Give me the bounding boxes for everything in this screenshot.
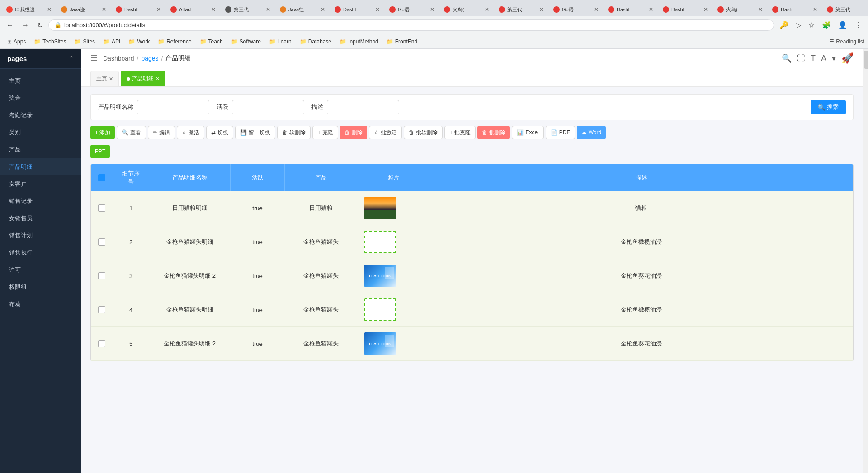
sidebar-collapse-button[interactable]: ⌃ xyxy=(68,54,74,63)
sidebar-item-product[interactable]: 产品 xyxy=(0,141,81,158)
reading-list-button[interactable]: ☰ Reading list xyxy=(829,38,864,45)
bookmark-sites[interactable]: 📁 Sites xyxy=(71,37,99,46)
row-checkbox-2[interactable] xyxy=(91,225,113,259)
search-icon[interactable]: 🔍 xyxy=(782,53,792,63)
profile-icon[interactable]: 👤 xyxy=(835,19,850,31)
bookmark-work[interactable]: 📁 Work xyxy=(125,37,153,46)
sidebar-item-permission[interactable]: 许可 xyxy=(0,261,81,279)
bookmark-teach[interactable]: 📁 Teach xyxy=(196,37,226,46)
star-icon[interactable]: ☆ xyxy=(806,19,817,31)
activate-button[interactable]: ☆ 激活 xyxy=(177,126,204,139)
tab-java1[interactable]: Java迹 ✕ xyxy=(57,3,111,16)
row-checkbox-1[interactable] xyxy=(91,191,113,225)
sidebar-item-buge[interactable]: 布葛 xyxy=(0,296,81,313)
tab-dash4[interactable]: Dashl ✕ xyxy=(658,3,712,16)
tab-attach[interactable]: Attacl ✕ xyxy=(166,3,220,16)
sidebar-item-sales-plan[interactable]: 销售计划 xyxy=(0,227,81,244)
tab-fire1[interactable]: 火鸟( ✕ xyxy=(439,3,494,16)
page-tab-home-close[interactable]: ✕ xyxy=(109,76,113,82)
checkbox-5[interactable] xyxy=(98,340,105,347)
breadcrumb-pages[interactable]: pages xyxy=(141,55,158,62)
bookmark-database[interactable]: 📁 Database xyxy=(296,37,335,46)
row-checkbox-4[interactable] xyxy=(91,293,113,327)
sidebar-item-home[interactable]: 主页 xyxy=(0,72,81,90)
bookmark-api[interactable]: 📁 API xyxy=(99,37,124,46)
header-checkbox[interactable] xyxy=(91,164,113,191)
extension-icon[interactable]: 🧩 xyxy=(819,19,834,31)
view-button[interactable]: 🔍 🔍 查看 查看 xyxy=(117,126,146,139)
url-text[interactable]: localhost:8000/#/productdetails xyxy=(64,22,145,28)
sidebar-item-productdetail[interactable]: 产品明细 xyxy=(0,158,81,175)
font-icon[interactable]: T xyxy=(811,54,816,63)
batch-softdelete-button[interactable]: 🗑 批软删除 xyxy=(404,126,443,139)
menu-toggle-button[interactable]: ☰ xyxy=(90,53,98,63)
checkbox-4[interactable] xyxy=(98,306,105,313)
bookmark-learn[interactable]: 📁 Learn xyxy=(265,37,295,46)
export-excel-button[interactable]: 📊 Excel xyxy=(512,126,543,139)
tab-third2[interactable]: 第三代 ✕ xyxy=(494,3,548,16)
tab-third3[interactable]: 第三代 ✕ xyxy=(822,3,868,16)
tab-dash2[interactable]: Dashl ✕ xyxy=(330,3,384,16)
sidebar-item-sales-record[interactable]: 销售记录 xyxy=(0,193,81,210)
page-tab-current[interactable]: 产品明细 ✕ xyxy=(121,71,165,86)
batch-activate-button[interactable]: ☆ 批激活 xyxy=(369,126,402,139)
row-checkbox-5[interactable] xyxy=(91,327,113,361)
tab-go2[interactable]: Go语 ✕ xyxy=(549,3,603,16)
select-all-checkbox[interactable] xyxy=(98,174,105,181)
sidebar-item-female-customer[interactable]: 女客户 xyxy=(0,175,81,193)
bookmark-reference[interactable]: 📁 Reference xyxy=(154,37,195,46)
address-bar[interactable]: 🔒 localhost:8000/#/productdetails xyxy=(48,19,774,31)
bookmark-apps[interactable]: ⊞ Apps xyxy=(4,37,29,46)
softdelete-button[interactable]: 🗑 软删除 xyxy=(277,126,311,139)
edit-button[interactable]: ✏ 编辑 xyxy=(148,126,175,139)
export-word-button[interactable]: ☁ Word xyxy=(577,126,606,139)
sidebar-item-sales-exec[interactable]: 销售执行 xyxy=(0,244,81,261)
tab-dash1[interactable]: Dashl ✕ xyxy=(111,3,165,16)
tab-third1[interactable]: 第三代 ✕ xyxy=(221,3,275,16)
sidebar-item-attendance[interactable]: 考勤记录 xyxy=(0,107,81,124)
search-name-input[interactable] xyxy=(137,100,209,114)
bookmark-inputmethod[interactable]: 📁 InputMethod xyxy=(336,37,382,46)
cast-icon[interactable]: ▷ xyxy=(793,19,804,31)
page-tab-home[interactable]: 主页 ✕ xyxy=(90,71,119,86)
fullscreen-icon[interactable]: ⛶ xyxy=(797,54,805,63)
switch-button[interactable]: ⇄ 切换 xyxy=(206,126,233,139)
tab-dash3[interactable]: Dashl ✕ xyxy=(604,3,658,16)
search-desc-input[interactable] xyxy=(327,100,399,114)
batch-delete-button[interactable]: 🗑 批删除 xyxy=(477,126,510,139)
checkbox-1[interactable] xyxy=(98,204,105,212)
launch-icon[interactable]: 🚀 xyxy=(841,52,854,64)
back-button[interactable]: ← xyxy=(4,19,16,31)
saveall-button[interactable]: 💾 留一切换 xyxy=(235,126,275,139)
bookmark-software[interactable]: 📁 Software xyxy=(227,37,264,46)
checkbox-2[interactable] xyxy=(98,238,105,246)
tab-fire2[interactable]: 火鸟( ✕ xyxy=(713,3,767,16)
forward-button[interactable]: → xyxy=(19,19,32,31)
chevron-down-icon[interactable]: ▾ xyxy=(832,53,836,63)
scrollbar-thumb[interactable] xyxy=(864,51,868,69)
key-icon[interactable]: 🔑 xyxy=(777,19,791,31)
sidebar-item-female-sales[interactable]: 女销售员 xyxy=(0,210,81,227)
reload-button[interactable]: ↻ xyxy=(34,19,46,31)
add-button[interactable]: + 添加 xyxy=(90,126,115,139)
export-ppt-button[interactable]: PPT xyxy=(90,145,110,158)
page-tab-current-close[interactable]: ✕ xyxy=(156,76,160,82)
clone-button[interactable]: + 克隆 xyxy=(312,126,338,139)
bookmark-techsites[interactable]: 📁 TechSites xyxy=(30,37,70,46)
scrollbar[interactable] xyxy=(863,49,868,473)
tab-dash5[interactable]: Dashl ✕ xyxy=(768,3,822,16)
search-active-input[interactable] xyxy=(232,100,304,114)
translate-icon[interactable]: A xyxy=(821,54,826,63)
tab-wotou[interactable]: C 我投递 ✕ xyxy=(2,3,56,16)
search-button[interactable]: 🔍 搜索 xyxy=(811,100,846,114)
sidebar-item-permission-group[interactable]: 权限组 xyxy=(0,279,81,296)
tab-java2[interactable]: Java红 ✕ xyxy=(275,3,330,16)
export-pdf-button[interactable]: 📄 PDF xyxy=(546,126,575,139)
delete-button[interactable]: 🗑 删除 xyxy=(340,126,367,139)
sidebar-item-category[interactable]: 类别 xyxy=(0,124,81,141)
row-checkbox-3[interactable] xyxy=(91,259,113,293)
bookmark-frontend[interactable]: 📁 FrontEnd xyxy=(383,37,421,46)
checkbox-3[interactable] xyxy=(98,272,105,279)
batch-clone-button[interactable]: + 批克隆 xyxy=(444,126,476,139)
sidebar-item-bonus[interactable]: 奖金 xyxy=(0,90,81,107)
